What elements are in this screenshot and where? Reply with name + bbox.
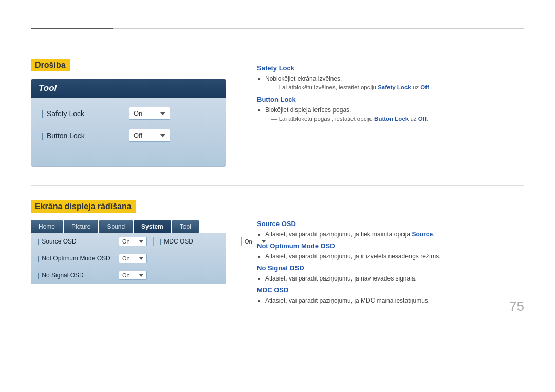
no-signal-osd-label: No Signal OSD: [38, 272, 115, 279]
tab-system[interactable]: System: [134, 220, 171, 233]
button-lock-bullet1: Blokējiet displeja ierīces pogas.: [265, 106, 524, 114]
osd-row-no-signal: No Signal OSD On: [31, 267, 226, 284]
safety-lock-sub: Lai atblokētu izvēlnes, iestatiet opciju…: [271, 84, 524, 90]
not-optimum-osd-value: On: [122, 255, 137, 262]
nav-tabs: Home Picture Sound System Tool: [31, 220, 226, 233]
section-ekrana: Ekrāna displeja rādīšana Home Picture So…: [31, 200, 524, 306]
section2-right: Source OSD Atlasiet, vai parādīt paziņoj…: [257, 200, 524, 306]
section1-left: Drošiba Tool Safety Lock On Button Lock: [31, 59, 226, 167]
tab-picture[interactable]: Picture: [64, 220, 98, 233]
no-signal-desc-title: No Signal OSD: [257, 264, 524, 272]
button-lock-sub: Lai atblokētu pogas , iestatiet opciju B…: [271, 116, 524, 122]
tab-sound[interactable]: Sound: [99, 220, 133, 233]
top-line-accent: [31, 28, 113, 29]
tab-home[interactable]: Home: [31, 220, 63, 233]
safety-lock-title: Safety Lock: [257, 64, 524, 72]
mid-divider: [31, 185, 524, 186]
osd-col-divider: [153, 237, 154, 246]
tool-panel-body: Safety Lock On Button Lock Off: [31, 98, 226, 166]
safety-lock-bullet1: Noblokējiet ekrāna izvēlnes.: [265, 75, 524, 82]
safety-lock-value: On: [134, 109, 156, 117]
not-optimum-desc-bullet: Atlasiet, vai parādīt paziņojumu, ja ir …: [265, 253, 524, 260]
mdc-osd-label: MDC OSD: [160, 238, 237, 245]
osd-row-not-optimum: Not Optimum Mode OSD On: [31, 250, 226, 267]
not-optimum-osd-dropdown[interactable]: On: [119, 254, 147, 263]
source-osd-arrow-icon: [139, 240, 143, 243]
button-lock-label: Button Lock: [42, 132, 124, 140]
source-osd-desc-title: Source OSD: [257, 220, 524, 228]
source-osd-label: Source OSD: [38, 238, 115, 245]
safety-lock-dropdown[interactable]: On: [129, 107, 170, 120]
section1-right: Safety Lock Noblokējiet ekrāna izvēlnes.…: [257, 59, 524, 167]
page-number: 75: [509, 298, 524, 314]
not-optimum-osd-label: Not Optimum Mode OSD: [38, 255, 115, 262]
no-signal-osd-arrow-icon: [139, 274, 143, 277]
osd-panel: Source OSD On MDC OSD On: [31, 233, 226, 284]
no-signal-desc-bullet: Atlasiet, vai parādīt paziņojumu, ja nav…: [265, 275, 524, 282]
safety-lock-label: Safety Lock: [42, 109, 124, 118]
tool-row-button-lock: Button Lock Off: [42, 129, 215, 142]
tool-panel-header: Tool: [31, 79, 226, 98]
mdc-osd-desc-title: MDC OSD: [257, 286, 524, 294]
tool-panel: Tool Safety Lock On Button Lock Off: [31, 79, 226, 167]
safety-lock-arrow-icon: [160, 112, 165, 115]
mdc-osd-desc-bullet: Atlasiet, vai parādīt paziņojumu, ja MDC…: [265, 297, 524, 304]
no-signal-osd-dropdown[interactable]: On: [119, 271, 147, 280]
not-optimum-osd-arrow-icon: [139, 257, 143, 260]
osd-row-source: Source OSD On MDC OSD On: [31, 233, 226, 250]
button-lock-dropdown[interactable]: Off: [129, 129, 170, 142]
section1-title: Drošiba: [31, 59, 70, 71]
tab-tool[interactable]: Tool: [172, 220, 199, 233]
mdc-osd-group: MDC OSD On: [160, 237, 219, 246]
source-osd-value: On: [122, 238, 137, 245]
not-optimum-desc-title: Not Optimum Mode OSD: [257, 242, 524, 250]
source-osd-dropdown[interactable]: On: [119, 237, 147, 246]
button-lock-arrow-icon: [160, 134, 165, 137]
source-osd-desc-bullet: Atlasiet, vai parādīt paziņojumu, ja tie…: [265, 231, 524, 238]
tool-row-safety-lock: Safety Lock On: [42, 107, 215, 120]
section2-left: Ekrāna displeja rādīšana Home Picture So…: [31, 200, 226, 306]
section2-title: Ekrāna displeja rādīšana: [31, 200, 136, 213]
section-drosiba: Drošiba Tool Safety Lock On Button Lock: [31, 59, 524, 167]
no-signal-osd-value: On: [122, 272, 137, 278]
button-lock-value: Off: [134, 132, 156, 139]
button-lock-title: Button Lock: [257, 96, 524, 103]
